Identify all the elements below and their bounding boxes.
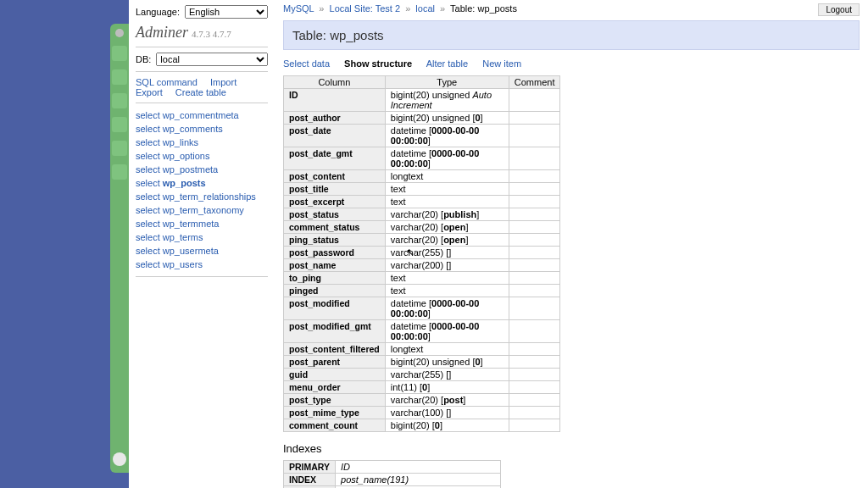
tab-alter-table[interactable]: Alter table [426, 58, 469, 69]
column-type: bigint(20) unsigned Auto Increment [385, 89, 509, 112]
column-comment [509, 356, 560, 369]
column-name: pinged [284, 285, 386, 297]
bc-db[interactable]: local [415, 3, 435, 14]
select-link[interactable]: select [136, 219, 160, 229]
column-type: varchar(20) [open] [385, 221, 509, 234]
table-link[interactable]: wp_usermeta [163, 246, 219, 256]
sql-command-link[interactable]: SQL command [136, 77, 198, 87]
column-comment [509, 89, 560, 112]
select-link[interactable]: select [136, 137, 160, 147]
column-name: post_content_filtered [284, 343, 386, 356]
tab-select-data[interactable]: Select data [283, 58, 330, 69]
column-type: datetime [0000-00-00 00:00:00] [385, 320, 509, 343]
main-content: Logout MySQL » Local Site: Test 2 » loca… [275, 0, 868, 488]
columns-table: Column Type Comment IDbigint(20) unsigne… [283, 75, 560, 432]
column-comment [509, 343, 560, 356]
column-comment [509, 208, 560, 221]
table-row: post_statusvarchar(20) [publish] [284, 208, 560, 221]
index-kind: INDEX [284, 474, 336, 486]
column-name: post_content [284, 170, 386, 183]
column-name: comment_count [284, 419, 386, 432]
select-link[interactable]: select [136, 232, 160, 242]
create-table-link[interactable]: Create table [175, 87, 226, 97]
select-link[interactable]: select [136, 178, 160, 188]
tab-show-structure[interactable]: Show structure [344, 58, 412, 69]
table-link[interactable]: wp_commentmeta [163, 110, 239, 120]
index-cols: post_name(191) [336, 474, 501, 486]
table-link[interactable]: wp_comments [163, 124, 223, 134]
column-name: ping_status [284, 234, 386, 247]
index-kind: PRIMARY [284, 461, 336, 474]
table-link[interactable]: wp_postmeta [163, 164, 218, 175]
column-name: post_type [284, 394, 386, 407]
table-link[interactable]: wp_links [163, 137, 198, 147]
import-link[interactable]: Import [210, 77, 236, 87]
select-link[interactable]: select [136, 205, 160, 215]
column-name: menu_order [284, 381, 386, 394]
table-row: post_content_filteredlongtext [284, 343, 560, 356]
sidebar-table-item: select wp_term_taxonomy [136, 203, 268, 217]
select-link[interactable]: select [136, 259, 160, 269]
bc-table: wp_posts [477, 3, 516, 14]
table-row: INDEXpost_name(191) [284, 474, 501, 486]
indexes-heading: Indexes [283, 442, 860, 455]
bc-engine[interactable]: MySQL [283, 3, 314, 14]
sidebar-table-item: select wp_usermeta [136, 244, 268, 258]
column-name: comment_status [284, 221, 386, 234]
column-type: datetime [0000-00-00 00:00:00] [385, 125, 509, 147]
table-link[interactable]: wp_terms [163, 232, 203, 242]
column-type: varchar(20) [post] [385, 394, 509, 407]
table-link[interactable]: wp_posts [163, 178, 206, 188]
table-link[interactable]: wp_termmeta [163, 219, 220, 229]
table-link[interactable]: wp_users [163, 259, 203, 269]
column-type: varchar(20) [publish] [385, 208, 509, 221]
select-link[interactable]: select [136, 246, 160, 256]
table-row: guidvarchar(255) [] [284, 369, 560, 381]
col-header-comment: Comment [509, 76, 560, 89]
table-row: post_authorbigint(20) unsigned [0] [284, 112, 560, 125]
select-link[interactable]: select [136, 124, 160, 134]
select-link[interactable]: select [136, 151, 160, 161]
bc-server[interactable]: Local Site: Test 2 [330, 3, 401, 14]
column-name: ID [284, 89, 386, 112]
export-link[interactable]: Export [136, 87, 163, 97]
brand-logo: Adminer4.7.3 4.7.7 [136, 24, 268, 42]
table-row: comment_countbigint(20) [0] [284, 419, 560, 432]
table-row: post_namevarchar(200) [] [284, 259, 560, 272]
table-row: post_mime_typevarchar(100) [] [284, 407, 560, 419]
column-type: varchar(20) [open] [385, 234, 509, 247]
table-link[interactable]: wp_term_relationships [163, 191, 256, 202]
table-row: post_datedatetime [0000-00-00 00:00:00] [284, 125, 560, 147]
logout-button[interactable]: Logout [818, 3, 860, 16]
table-row: pingedtext [284, 285, 560, 297]
column-name: post_name [284, 259, 386, 272]
select-link[interactable]: select [136, 110, 160, 120]
column-comment [509, 259, 560, 272]
table-row: menu_orderint(11) [0] [284, 381, 560, 394]
select-link[interactable]: select [136, 191, 160, 202]
column-type: varchar(255) [] [385, 247, 509, 259]
tab-new-item[interactable]: New item [482, 58, 521, 69]
column-type: bigint(20) unsigned [0] [385, 356, 509, 369]
language-label: Language: [136, 7, 180, 17]
sidebar-table-item: select wp_term_relationships [136, 190, 268, 203]
language-select[interactable]: English [185, 5, 268, 19]
table-row: post_modifieddatetime [0000-00-00 00:00:… [284, 297, 560, 320]
column-type: varchar(100) [] [385, 407, 509, 419]
table-row: post_date_gmtdatetime [0000-00-00 00:00:… [284, 147, 560, 170]
table-row: comment_statusvarchar(20) [open] [284, 221, 560, 234]
db-select[interactable]: local [156, 53, 268, 66]
column-type: datetime [0000-00-00 00:00:00] [385, 297, 509, 320]
table-row: post_excerpttext [284, 196, 560, 208]
column-comment [509, 320, 560, 343]
table-link[interactable]: wp_term_taxonomy [163, 205, 244, 215]
mac-sidebar [110, 24, 129, 473]
column-comment [509, 247, 560, 259]
column-comment [509, 407, 560, 419]
table-link[interactable]: wp_options [163, 151, 210, 161]
column-name: post_modified_gmt [284, 320, 386, 343]
column-comment [509, 369, 560, 381]
select-link[interactable]: select [136, 164, 160, 175]
column-name: to_ping [284, 272, 386, 285]
table-row: post_modified_gmtdatetime [0000-00-00 00… [284, 320, 560, 343]
